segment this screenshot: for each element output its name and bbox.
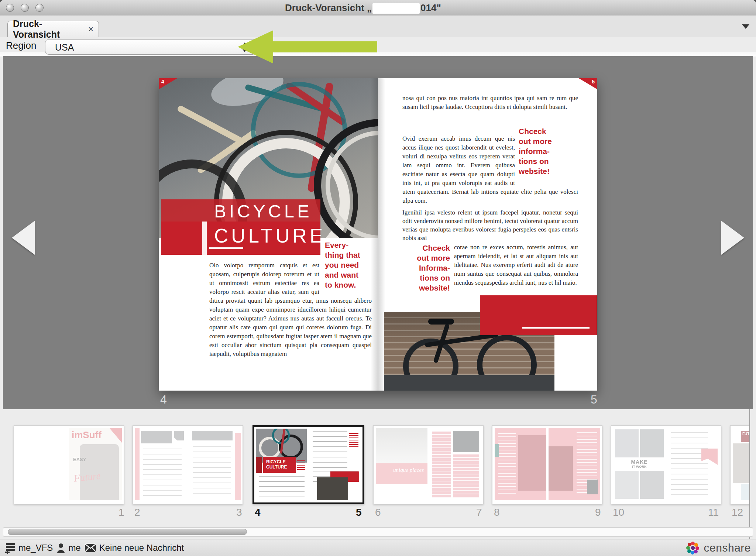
thumb-number-8: 8 — [494, 507, 500, 518]
toc-left-page — [135, 428, 187, 500]
places-right-page — [430, 428, 481, 500]
message-status-item[interactable]: Keine neue Nachricht — [85, 543, 184, 553]
window-title-prefix: Druck-Voransicht „ — [285, 2, 372, 13]
right-page-paragraph-3a: Igenihil ipsa velesto relent ut ipsum fa… — [402, 208, 578, 242]
close-window-icon[interactable] — [6, 4, 14, 12]
strip-right-edge — [749, 409, 750, 539]
thumb-number-7: 7 — [476, 507, 482, 518]
envelope-icon — [85, 543, 96, 552]
toc-right-page — [189, 428, 241, 500]
redacted-title-box — [372, 3, 420, 14]
cover-masthead: imSuff — [72, 429, 102, 441]
thumb-number-5: 5 — [356, 507, 362, 518]
tab-druck-voransicht[interactable]: Druck-Voransicht × — [7, 21, 99, 37]
cover-page: imSuff EASY Future — [69, 428, 122, 500]
right-page-paragraph-1: nosa qui con pos nus maioria int quuntio… — [402, 94, 578, 111]
window-title-suffix: 014" — [420, 2, 441, 13]
thumbnail-pages-8-9[interactable] — [492, 425, 602, 504]
headline-bicycle: BICYCLE — [214, 201, 312, 222]
photo-shape — [428, 319, 454, 325]
places-left-page: unique places — [376, 428, 427, 500]
user-label: me — [68, 543, 80, 553]
right-corner-number: 5 — [592, 79, 595, 85]
tab-label: Druck-Voransicht — [13, 18, 83, 40]
person-photo-mini — [733, 443, 749, 483]
user-icon — [56, 543, 65, 553]
make-right-page — [667, 428, 719, 500]
preview-area: BICYCLE CULTURE Every- thing that you ne… — [3, 56, 753, 409]
make-caption-1: MAKE — [614, 459, 665, 465]
right-page-number: 5 — [591, 393, 597, 406]
user-status-item[interactable]: me — [56, 543, 80, 553]
white-rule — [522, 327, 590, 329]
title-bar: Druck-Voransicht „014" — [0, 0, 756, 16]
thumbnail-strip: imSuff EASY Future — [3, 409, 749, 539]
mini-left-page: BICYCLE CULTURE — [255, 428, 307, 502]
thumb-number-6: 6 — [375, 507, 381, 518]
vfs-status-item[interactable]: me_VFS — [5, 542, 53, 554]
right-page-corner-tab: 5 — [579, 78, 597, 89]
thumbnail-page-1[interactable]: imSuff EASY Future — [14, 425, 124, 504]
left-page: BICYCLE CULTURE Every- thing that you ne… — [159, 78, 378, 391]
tab-close-icon[interactable]: × — [88, 24, 93, 34]
window-title: Druck-Voransicht „014" — [285, 2, 441, 13]
thumb-number-3: 3 — [236, 507, 242, 518]
make-left-page: MAKE IT WORK — [614, 428, 665, 500]
region-label: Region — [6, 40, 36, 51]
make-caption-2: IT WORK — [614, 465, 665, 469]
mini-headline-1: BICYCLE — [266, 459, 296, 464]
thumb-number-1: 1 — [118, 507, 124, 518]
censhare-brand: censhare — [685, 540, 751, 556]
cover-word: EASY — [73, 457, 86, 462]
thumb-number-9: 9 — [595, 507, 601, 518]
mini-headline-2: CULTURE — [266, 464, 296, 470]
censhare-logo-icon — [685, 540, 701, 556]
message-label: Keine neue Nachricht — [99, 543, 184, 553]
next-spread-arrow[interactable] — [721, 221, 744, 255]
left-page-number: 4 — [160, 393, 167, 406]
thumbnail-pages-6-7[interactable]: unique places — [373, 425, 484, 504]
red-left-page — [495, 428, 546, 500]
tab-overflow-chevron-icon[interactable] — [742, 24, 749, 29]
magazine-spread: BICYCLE CULTURE Every- thing that you ne… — [159, 78, 597, 391]
thumbnail-pages-2-3[interactable] — [133, 425, 243, 504]
server-stack-icon — [5, 542, 16, 554]
red-right-page — [549, 428, 600, 500]
headline-band-gap — [202, 222, 207, 255]
status-bar: me_VFS me Keine neue Nachricht — [0, 539, 756, 556]
thumbnail-scrollbar-track[interactable] — [3, 527, 753, 537]
headline-culture: CULTURE — [214, 224, 326, 247]
green-annotation-arrow-icon — [238, 30, 378, 67]
thumbnail-scrollbar-thumb[interactable] — [8, 529, 247, 535]
thumb-number-4: 4 — [255, 507, 261, 518]
thumbnail-page-12[interactable]: FUT — [730, 425, 749, 504]
blue-block-mini — [741, 484, 749, 500]
zoom-window-icon[interactable] — [35, 4, 44, 12]
spread-gutter-shadow — [371, 78, 385, 391]
places-caption: unique places — [376, 463, 427, 484]
thumb-number-12: 12 — [732, 507, 743, 518]
right-page-paragraph-2: Ovid exerum accab imus decum que nis acc… — [402, 134, 578, 205]
right-page: nosa qui con pos nus maioria int quuntio… — [378, 78, 597, 391]
tab-strip: Druck-Voransicht × — [0, 16, 756, 37]
red-overlay-block — [480, 295, 597, 335]
censhare-print-preview-window: Druck-Voransicht „014" Druck-Voransicht … — [0, 0, 756, 556]
region-dropdown-value: USA — [55, 42, 74, 53]
thumbnail-pages-4-5-selected[interactable]: BICYCLE CULTURE — [252, 425, 364, 504]
future-tab: FUT — [741, 431, 749, 442]
thumb-number-2: 2 — [134, 507, 140, 518]
previous-spread-arrow[interactable] — [12, 221, 35, 255]
mini-right-page — [309, 428, 362, 502]
left-page-body-text: Olo volorpo remporum catquis et est quos… — [209, 261, 372, 358]
thumbnail-pages-10-11[interactable]: MAKE IT WORK — [611, 425, 721, 504]
headline-underline — [209, 247, 243, 249]
region-dropdown[interactable]: USA — [45, 39, 256, 55]
right-page-paragraph-3b: corae non re exces accum, torestis animu… — [402, 243, 578, 295]
thumb-number-10: 10 — [613, 507, 624, 518]
vfs-label: me_VFS — [18, 543, 53, 553]
cover-corner-flag — [109, 428, 122, 443]
thumb-number-11: 11 — [708, 507, 719, 518]
minimize-window-icon[interactable] — [21, 4, 29, 12]
censhare-brand-text: censhare — [704, 542, 751, 554]
left-corner-number: 4 — [161, 79, 164, 85]
